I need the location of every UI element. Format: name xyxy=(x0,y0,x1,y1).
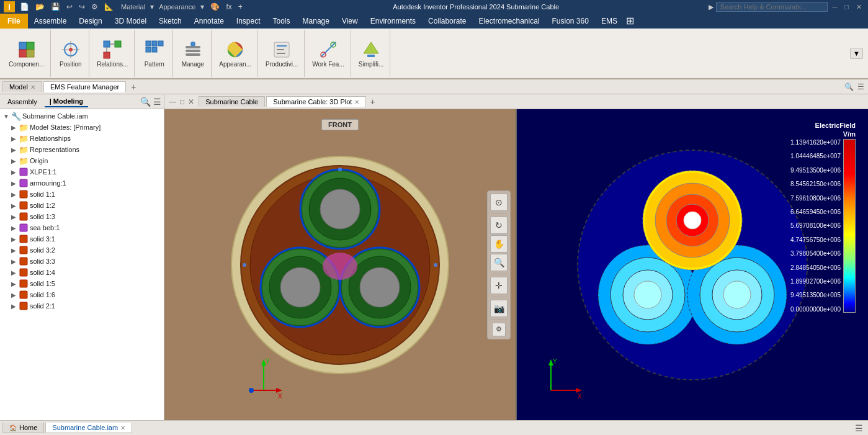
expand-solid15[interactable]: ▶ xyxy=(10,280,17,287)
menu-fusion360[interactable]: Fusion 360 xyxy=(546,14,595,29)
ribbon-btn-workfeatures[interactable]: Work Fea... xyxy=(308,30,348,77)
win-maximize[interactable]: □ xyxy=(842,3,851,11)
tree-item-solid32[interactable]: ▶ solid 3:2 xyxy=(0,244,164,256)
sidebar-settings-icon[interactable]: ☰ xyxy=(153,97,161,107)
ribbon-btn-productivity[interactable]: Productivi... xyxy=(262,30,302,77)
ribbon-btn-appearance[interactable]: Appearan... xyxy=(215,30,255,77)
tree-item-solid14[interactable]: ▶ solid 1:4 xyxy=(0,267,164,278)
tree-item-representations[interactable]: ▶ 📁 Representations xyxy=(0,144,164,155)
vp-minimize[interactable]: — xyxy=(167,97,178,106)
more-tools[interactable]: + xyxy=(237,2,244,11)
tab-ems[interactable]: EMS Feature Manager xyxy=(43,81,126,92)
tree-item-solid12[interactable]: ▶ solid 1:2 xyxy=(0,200,164,211)
vp-tab-submarine-cable[interactable]: Submarine Cable xyxy=(199,96,265,107)
color-tool[interactable]: 🎨 xyxy=(209,2,221,11)
tree-item-seabeb1[interactable]: ▶ sea beb:1 xyxy=(0,222,164,233)
tree-item-root[interactable]: ▼ 🔧 Submarine Cable.iam xyxy=(0,110,164,122)
expand-solid21[interactable]: ▶ xyxy=(10,302,17,310)
material-dropdown[interactable]: ▾ xyxy=(149,2,155,11)
tree-item-xlpe1[interactable]: ▶ XLPE1:1 xyxy=(0,166,164,177)
expand-xlpe1[interactable]: ▶ xyxy=(10,168,17,176)
tree-item-solid21[interactable]: ▶ solid 2:1 xyxy=(0,300,164,312)
menu-environments[interactable]: Environments xyxy=(364,14,422,29)
tab-menu-icon[interactable]: ☰ xyxy=(856,81,866,92)
ribbon-btn-position[interactable]: Position xyxy=(55,30,86,77)
open-btn[interactable]: 📂 xyxy=(34,2,46,11)
vp-restore[interactable]: □ xyxy=(178,97,186,106)
menu-annotate[interactable]: Annotate xyxy=(188,14,230,29)
tab-add[interactable]: + xyxy=(127,81,140,93)
bottom-tab-close-icon[interactable]: ✕ xyxy=(120,424,125,431)
menu-design[interactable]: Design xyxy=(73,14,108,29)
ribbon-overflow-btn[interactable]: ▼ xyxy=(850,48,863,59)
tree-item-origin[interactable]: ▶ 📁 Origin xyxy=(0,155,164,166)
expand-model-states[interactable]: ▶ xyxy=(10,123,17,131)
tree-item-solid15[interactable]: ▶ solid 1:5 xyxy=(0,278,164,289)
sidebar-subtab-assembly[interactable]: Assembly xyxy=(2,97,42,107)
tree-item-solid13[interactable]: ▶ solid 1:3 xyxy=(0,211,164,222)
expand-solid11[interactable]: ▶ xyxy=(10,191,17,198)
ribbon-btn-pattern[interactable]: Pattern xyxy=(139,30,170,77)
vp-tab-3dplot-close[interactable]: ✕ xyxy=(354,99,359,105)
rotate-btn[interactable]: ↻ xyxy=(490,217,508,234)
expand-root[interactable]: ▼ xyxy=(2,112,10,120)
menu-collaborate[interactable]: Collaborate xyxy=(422,14,472,29)
win-minimize[interactable]: ─ xyxy=(830,3,840,11)
menu-assemble[interactable]: Assemble xyxy=(28,14,73,29)
expand-solid31[interactable]: ▶ xyxy=(10,235,17,243)
expand-solid13[interactable]: ▶ xyxy=(10,213,17,220)
menu-sketch[interactable]: Sketch xyxy=(153,14,188,29)
menu-ems[interactable]: EMS xyxy=(595,14,624,29)
expand-seabeb1[interactable]: ▶ xyxy=(10,224,17,231)
move-btn[interactable]: ✛ xyxy=(490,277,508,294)
menu-manage[interactable]: Manage xyxy=(297,14,336,29)
menu-inspect[interactable]: Inspect xyxy=(230,14,267,29)
expand-solid12[interactable]: ▶ xyxy=(10,202,17,209)
menu-tools[interactable]: Tools xyxy=(267,14,297,29)
tree-item-solid11[interactable]: ▶ solid 1:1 xyxy=(0,189,164,200)
menu-view[interactable]: View xyxy=(336,14,364,29)
tab-search-icon[interactable]: 🔍 xyxy=(843,81,855,92)
tree-item-relationships[interactable]: ▶ 📁 Relationships xyxy=(0,133,164,144)
bottom-menu-icon[interactable]: ☰ xyxy=(852,423,866,433)
win-close[interactable]: ✕ xyxy=(854,3,864,11)
viewport-right[interactable]: ElectricField V/m 1.13941620e+007 1.0444… xyxy=(516,109,868,420)
expand-relationships[interactable]: ▶ xyxy=(10,135,17,142)
expand-solid32[interactable]: ▶ xyxy=(10,246,17,254)
ribbon-btn-relationships[interactable]: Relations... xyxy=(93,30,132,77)
ribbon-btn-component[interactable]: Componen... xyxy=(5,30,48,77)
settings-small-btn[interactable]: ⚙ xyxy=(492,323,506,336)
menu-electromechanical[interactable]: Electromechanical xyxy=(472,14,545,29)
viewport-left[interactable]: FRONT xyxy=(164,109,516,420)
tree-item-armouring1[interactable]: ▶ armouring:1 xyxy=(0,177,164,189)
measure-btn[interactable]: 📐 xyxy=(103,2,115,11)
pan-btn[interactable]: ✋ xyxy=(490,235,508,253)
ribbon-btn-manage[interactable]: Manage xyxy=(177,30,208,77)
sidebar-search-icon[interactable]: 🔍 xyxy=(140,97,151,107)
tab-model-close[interactable]: ✕ xyxy=(30,84,35,91)
expand-origin[interactable]: ▶ xyxy=(10,157,17,164)
sidebar-subtab-modeling[interactable]: | Modeling xyxy=(45,96,88,107)
vp-tab-3dplot[interactable]: Submarine Cable: 3D Plot ✕ xyxy=(266,96,366,107)
expand-representations[interactable]: ▶ xyxy=(10,146,17,153)
vp-tab-add[interactable]: + xyxy=(367,97,377,107)
tree-item-solid33[interactable]: ▶ solid 3:3 xyxy=(0,256,164,267)
vp-close[interactable]: ✕ xyxy=(186,97,196,106)
camera-btn[interactable]: 📷 xyxy=(490,300,508,317)
appearance-dropdown[interactable]: ▾ xyxy=(199,2,205,11)
expand-armouring1[interactable]: ▶ xyxy=(10,179,17,187)
redo-btn[interactable]: ↪ xyxy=(78,2,86,11)
properties-btn[interactable]: ⚙ xyxy=(90,2,99,11)
undo-btn[interactable]: ↩ xyxy=(65,2,74,11)
tree-item-model-states[interactable]: ▶ 📁 Model States: [Primary] xyxy=(0,122,164,133)
bottom-tab-home[interactable]: 🏠 Home xyxy=(2,423,44,433)
search-input[interactable] xyxy=(716,2,828,12)
fx-tool[interactable]: fx xyxy=(225,2,233,11)
tree-item-solid16[interactable]: ▶ solid 1:6 xyxy=(0,289,164,300)
expand-solid14[interactable]: ▶ xyxy=(10,269,17,276)
expand-solid16[interactable]: ▶ xyxy=(10,291,17,298)
bottom-tab-submarine[interactable]: Submarine Cable.iam ✕ xyxy=(45,423,132,433)
expand-solid33[interactable]: ▶ xyxy=(10,258,17,265)
tab-model[interactable]: Model ✕ xyxy=(2,81,42,92)
tree-item-solid31[interactable]: ▶ solid 3:1 xyxy=(0,233,164,244)
